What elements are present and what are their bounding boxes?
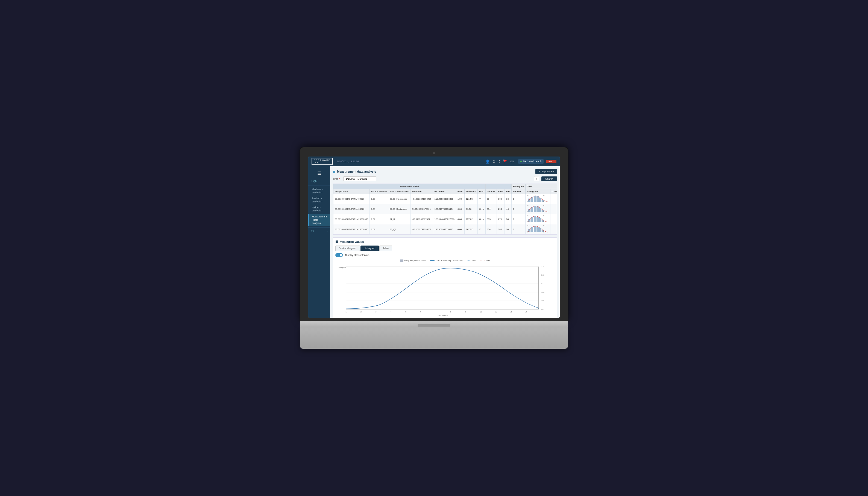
th-histogram: Histogram xyxy=(525,189,550,194)
settings-icon[interactable]: ⚙ xyxy=(492,159,496,164)
sidebar-item-measurement-data-analysis[interactable]: Measurement - data analysis xyxy=(308,214,330,226)
filter-options-button[interactable]: ≡ xyxy=(534,176,539,181)
th-fail: Fail xyxy=(505,189,512,194)
display-class-intervals-toggle[interactable] xyxy=(335,253,343,257)
table-row[interactable]: 33,0010,0331/0-0/KRU4040700.0102.00_Indu… xyxy=(333,194,557,204)
date-range-input[interactable] xyxy=(343,176,376,181)
svg-text:8: 8 xyxy=(451,311,452,313)
th-chart-cinvalid: C Invalid xyxy=(550,189,557,194)
svg-text:2: 2 xyxy=(361,311,362,313)
svg-text:0.1: 0.1 xyxy=(541,283,543,284)
required-marker: * xyxy=(339,177,340,180)
svg-text:0.2: 0.2 xyxy=(543,205,545,206)
svg-rect-22 xyxy=(534,216,536,222)
svg-rect-24 xyxy=(539,218,542,222)
svg-text:7: 7 xyxy=(436,311,437,313)
sidebar: ☰ ↑ QM Machine - analysis › Product - an… xyxy=(308,166,330,317)
svg-text:0.14: 0.14 xyxy=(541,266,544,267)
svg-rect-2 xyxy=(534,196,536,202)
svg-text:0: 0 xyxy=(543,231,544,233)
th-group-counts xyxy=(485,184,512,189)
svg-rect-0 xyxy=(528,199,531,202)
svg-text:64: 64 xyxy=(527,205,529,206)
table-row[interactable]: 33,0010,0331/0-0/KRU4040700.0102.00_Resi… xyxy=(333,204,557,214)
chart-tabs: Scatter diagram Histogram Table xyxy=(335,246,554,251)
tab-table[interactable]: Table xyxy=(379,246,393,251)
toggle-label: Display class intervals xyxy=(345,254,369,257)
svg-text:64: 64 xyxy=(527,215,529,216)
legend-probability: - O - Probability distribution xyxy=(430,259,462,262)
hamburger-icon[interactable]: ☰ xyxy=(308,169,330,178)
export-view-button[interactable]: ↗ Export view xyxy=(535,169,557,174)
status-dot xyxy=(520,160,522,162)
histogram-chart: Frequency xyxy=(335,263,554,317)
th-histogram-group: Histogram xyxy=(512,184,526,189)
sidebar-item-failure-analysis[interactable]: Failure - analysis › xyxy=(308,205,330,214)
svg-text:0.2: 0.2 xyxy=(543,195,545,196)
display-class-intervals-row: Display class intervals xyxy=(335,253,554,257)
table-row[interactable]: 33,0010,0427/2-8/KRU4200500300.0601_R-30… xyxy=(333,214,557,224)
th-recipe-name: Recipe name xyxy=(333,189,370,194)
user-icon[interactable]: 👤 xyxy=(485,159,490,164)
svg-rect-41 xyxy=(346,267,538,309)
svg-text:0: 0 xyxy=(527,231,528,233)
help-icon[interactable]: ? xyxy=(499,159,500,164)
th-nom: Nom. xyxy=(456,189,465,194)
th-chart-group: Chart xyxy=(525,184,557,189)
measurement-section-title: ▦ Measurement data analysis xyxy=(333,170,376,173)
up-arrow-icon: ↑ xyxy=(311,180,313,183)
measured-values-section: ▦ Measured values Scatter diagram Histog… xyxy=(333,237,557,317)
svg-rect-3 xyxy=(536,196,539,202)
histogram-cell: 64 0.2 0 0 xyxy=(525,194,550,204)
svg-text:11: 11 xyxy=(495,311,497,313)
sidebar-item-product-analysis[interactable]: Product - analysis › xyxy=(308,196,330,205)
language-selector[interactable]: EN xyxy=(510,160,514,163)
histogram-cell: 64 0.2 0 0 xyxy=(525,204,550,214)
chart-svg: Frequency xyxy=(335,263,554,317)
svg-text:0: 0 xyxy=(527,201,528,202)
legend-max-dash: - O - xyxy=(480,259,485,262)
th-maximum: Maximum xyxy=(433,189,456,194)
measurement-data-table: Measurement data Histogram Chart Summary… xyxy=(333,184,557,235)
workbench-label: iTAC.Workbench xyxy=(518,159,544,164)
legend-min-dash: - O - xyxy=(467,259,471,262)
flag-icon[interactable]: 🚩 xyxy=(503,159,507,164)
sidebar-item-qm[interactable]: ↑ QM xyxy=(308,178,330,184)
sidebar-item-tr[interactable]: TR › xyxy=(308,229,330,234)
chevron-right-icon: › xyxy=(326,230,328,233)
svg-text:64: 64 xyxy=(527,195,529,196)
topbar-datetime: 1/14/2021, 14:42:58 xyxy=(337,160,485,163)
tab-histogram[interactable]: Histogram xyxy=(361,246,379,251)
histogram-cell: 64 0.2 0 0 xyxy=(525,224,550,234)
svg-text:Class interval: Class interval xyxy=(437,315,448,316)
legend-max: - O - Max xyxy=(480,259,490,262)
svg-rect-14 xyxy=(539,208,542,212)
svg-text:3: 3 xyxy=(376,311,377,313)
th-minimum: Minimum xyxy=(410,189,433,194)
svg-text:13: 13 xyxy=(525,311,527,313)
sidebar-item-machine-analysis[interactable]: Machine - analysis › xyxy=(308,187,330,196)
search-bar: Time * ≡ Search xyxy=(333,176,557,181)
topbar-icons: 👤 ⚙ ? 🚩 EN iTAC.Workbench dürr..... xyxy=(485,159,557,164)
svg-rect-23 xyxy=(536,217,539,222)
table-row[interactable]: 33,0010,0427/2-8/KRU4200500300.0603_QL-5… xyxy=(333,224,557,234)
svg-text:1: 1 xyxy=(346,311,347,313)
legend-frequency-box xyxy=(400,260,403,262)
svg-rect-4 xyxy=(539,198,542,202)
measured-values-title: ▦ Measured values xyxy=(335,240,554,243)
svg-text:0: 0 xyxy=(527,221,528,222)
search-button[interactable]: Search xyxy=(542,176,557,181)
svg-rect-34 xyxy=(539,228,542,232)
legend-min: - O - Min xyxy=(467,259,476,262)
svg-rect-20 xyxy=(528,219,531,222)
chevron-right-icon: › xyxy=(321,191,322,194)
svg-text:0.04: 0.04 xyxy=(541,308,544,310)
th-recipe-version: Recipe version xyxy=(369,189,388,194)
chevron-right-icon: › xyxy=(321,200,322,203)
th-unit: Unit xyxy=(478,189,485,194)
grid-icon: ▦ xyxy=(333,170,335,173)
th-pass: Pass xyxy=(497,189,505,194)
legend-frequency: Frequency distribution xyxy=(400,259,426,262)
svg-text:0.12: 0.12 xyxy=(541,274,544,276)
tab-scatter-diagram[interactable]: Scatter diagram xyxy=(335,246,360,251)
